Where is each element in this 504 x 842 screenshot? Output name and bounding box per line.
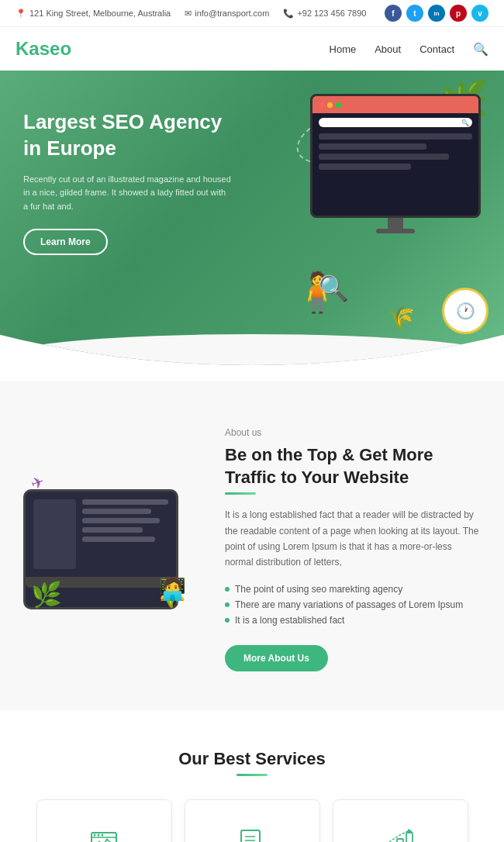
navbar: Kaseo Home About Contact 🔍 bbox=[0, 27, 504, 71]
svg-rect-22 bbox=[406, 833, 413, 842]
about-plant-left: 🌿 bbox=[31, 580, 62, 609]
phone-icon: 📞 bbox=[283, 9, 294, 19]
email-text: info@transport.com bbox=[195, 9, 269, 18]
email-info: ✉ info@transport.com bbox=[185, 9, 269, 19]
bullet-item-3: It is a long established fact bbox=[225, 613, 481, 628]
address-info: 📍 121 King Street, Melbourne, Australia bbox=[16, 9, 171, 19]
search-icon[interactable]: 🔍 bbox=[473, 42, 488, 57]
nav-about[interactable]: About bbox=[375, 43, 401, 55]
service-card-web-analytics: Web Analytics It is a long established f… bbox=[36, 799, 172, 842]
address-text: 121 King Street, Melbourne, Australia bbox=[29, 9, 171, 18]
nav-contact[interactable]: Contact bbox=[419, 43, 454, 55]
hero-content: Largest SEO Agency in Europe Recently cu… bbox=[23, 109, 233, 255]
location-icon: 📍 bbox=[16, 9, 26, 19]
clock-icon: 🕐 bbox=[442, 288, 488, 334]
linkedin-link[interactable]: in bbox=[428, 5, 445, 22]
svg-point-8 bbox=[106, 838, 109, 840]
bullet-dot-3 bbox=[225, 618, 230, 623]
plant-decoration: 🌾 bbox=[388, 305, 415, 330]
laptop-line-3 bbox=[82, 518, 160, 523]
svg-point-3 bbox=[98, 833, 100, 836]
top-bar: 📍 121 King Street, Melbourne, Australia … bbox=[0, 0, 504, 27]
bullet-text-3: It is a long established fact bbox=[235, 615, 344, 626]
bullet-text-2: There are many variations of passages of… bbox=[235, 599, 463, 610]
svg-point-4 bbox=[102, 833, 104, 836]
about-tag: About us bbox=[225, 427, 481, 438]
about-section: ✈ 🌿 🌾 🧑‍💻 About us Be on the Top & Get bbox=[0, 381, 504, 710]
nav-home[interactable]: Home bbox=[330, 43, 357, 55]
laptop-line-1 bbox=[82, 499, 168, 505]
bullet-dot-1 bbox=[225, 587, 230, 592]
about-person-icon: 🧑‍💻 bbox=[159, 576, 186, 602]
bullet-text-1: The point of using seo marekting agency bbox=[235, 584, 402, 595]
monitor-dot-red bbox=[319, 102, 324, 108]
web-analytics-icon bbox=[88, 826, 119, 842]
svg-rect-21 bbox=[397, 839, 403, 842]
laptop-content bbox=[82, 499, 168, 569]
bullet-dot-2 bbox=[225, 602, 230, 607]
monitor-dot-yellow bbox=[327, 102, 333, 108]
monitor-line-1 bbox=[319, 133, 472, 140]
facebook-link[interactable]: f bbox=[385, 5, 402, 22]
monitor-stand bbox=[388, 218, 403, 229]
site-logo[interactable]: Kaseo bbox=[16, 38, 71, 60]
phone-info: 📞 +92 123 456 7890 bbox=[283, 9, 366, 19]
pinterest-link[interactable]: p bbox=[450, 5, 467, 22]
laptop-line-2 bbox=[82, 509, 151, 514]
magnifying-glass-icon: 🔍 bbox=[318, 274, 349, 303]
twitter-link[interactable]: t bbox=[406, 5, 423, 22]
about-title-underline bbox=[225, 492, 256, 495]
monitor-illustration: 🔍 bbox=[310, 94, 481, 233]
hero-section: Largest SEO Agency in Europe Recently cu… bbox=[0, 71, 504, 381]
about-text: About us Be on the Top & Get More Traffi… bbox=[225, 427, 481, 671]
services-grid: Web Analytics It is a long established f… bbox=[23, 799, 481, 842]
laptop-line-4 bbox=[82, 527, 143, 533]
about-illustration: ✈ 🌿 🌾 🧑‍💻 bbox=[23, 489, 202, 609]
laptop-screen bbox=[26, 492, 176, 577]
service-card-seo-audit: Technical SEO Audit It is a long establi… bbox=[185, 799, 320, 842]
laptop-sidebar bbox=[33, 499, 76, 569]
about-description: It is a long established fact that a rea… bbox=[225, 507, 481, 571]
monitor-search-bar: 🔍 bbox=[319, 118, 472, 127]
monitor-line-4 bbox=[319, 164, 411, 170]
more-about-button[interactable]: More About Us bbox=[225, 645, 328, 671]
laptop-line-5 bbox=[82, 537, 155, 542]
vimeo-link[interactable]: v bbox=[471, 5, 488, 22]
email-icon: ✉ bbox=[185, 9, 192, 19]
services-section: Our Best Services bbox=[0, 710, 504, 842]
seo-audit-icon bbox=[236, 826, 268, 842]
svg-point-2 bbox=[94, 833, 96, 836]
about-title: Be on the Top & Get More Traffic to Your… bbox=[225, 444, 481, 488]
about-bullets: The point of using seo marekting agency … bbox=[225, 581, 481, 628]
monitor-content-lines bbox=[312, 130, 478, 177]
monitor-base bbox=[376, 229, 415, 233]
seo-audit-icon-wrap bbox=[233, 823, 271, 842]
monitor-line-2 bbox=[319, 143, 426, 150]
hero-heading: Largest SEO Agency in Europe bbox=[23, 109, 233, 162]
hero-description: Recently cut out of an illustrated magaz… bbox=[23, 173, 233, 214]
monitor-topbar bbox=[312, 96, 478, 113]
service-card-online-marketing: Online Marketing It is a long establishe… bbox=[333, 799, 468, 842]
services-title-underline bbox=[236, 774, 268, 776]
phone-text: +92 123 456 7890 bbox=[297, 9, 366, 18]
services-title: Our Best Services bbox=[23, 749, 481, 769]
monitor-search-icon: 🔍 bbox=[461, 119, 469, 126]
web-analytics-icon-wrap bbox=[85, 823, 123, 842]
social-links: f t in p v bbox=[385, 5, 488, 22]
hero-cta-button[interactable]: Learn More bbox=[23, 229, 108, 255]
top-bar-left: 📍 121 King Street, Melbourne, Australia … bbox=[16, 9, 366, 19]
bullet-item-1: The point of using seo marekting agency bbox=[225, 581, 481, 597]
online-marketing-icon bbox=[385, 826, 416, 842]
bullet-item-2: There are many variations of passages of… bbox=[225, 597, 481, 613]
monitor-dot-green bbox=[336, 102, 341, 108]
monitor-frame: 🔍 bbox=[310, 94, 481, 218]
online-marketing-icon-wrap bbox=[381, 823, 419, 842]
monitor-line-3 bbox=[319, 154, 449, 160]
nav-links: Home About Contact 🔍 bbox=[330, 42, 488, 57]
